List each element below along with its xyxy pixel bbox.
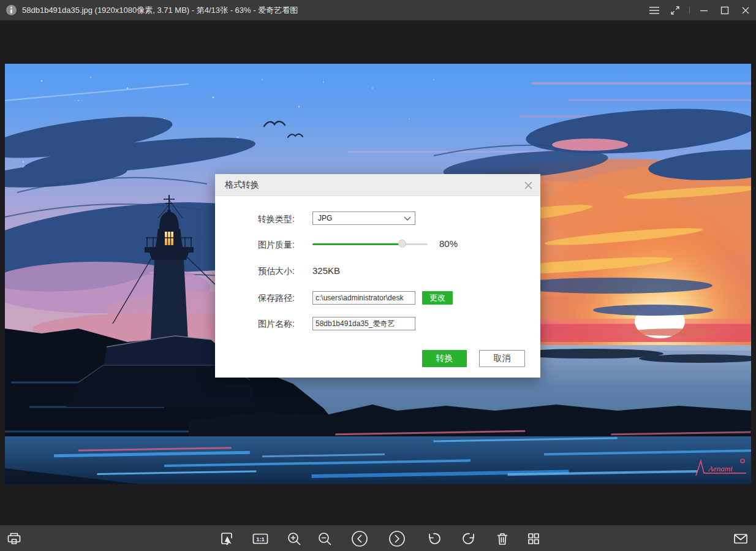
type-label: 转换类型: xyxy=(215,214,295,225)
next-image-button[interactable] xyxy=(388,530,406,548)
size-label: 预估大小: xyxy=(215,266,295,277)
slider-thumb[interactable] xyxy=(398,240,406,248)
delete-button[interactable] xyxy=(493,530,512,548)
feedback-button[interactable] xyxy=(731,530,750,548)
svg-text:Aenami: Aenami xyxy=(708,464,733,473)
quality-label: 图片质量: xyxy=(215,240,295,251)
image-name-input[interactable] xyxy=(312,317,415,330)
mail-icon xyxy=(732,530,749,547)
dialog-header[interactable]: 格式转换 xyxy=(215,174,540,196)
rotate-left-button[interactable] xyxy=(425,530,443,548)
rotate-left-icon xyxy=(425,530,442,547)
maximize-button[interactable] xyxy=(714,0,735,20)
minimize-icon xyxy=(700,6,708,15)
zoom-in-icon xyxy=(285,530,303,547)
quality-value: 80% xyxy=(439,238,458,249)
hamburger-icon xyxy=(649,6,660,15)
path-label: 保存路径: xyxy=(215,293,295,304)
select-tool-button[interactable] xyxy=(217,530,236,548)
select-cursor-icon xyxy=(218,530,235,547)
dialog-body: 转换类型: JPG 图片质量: 80% 预估大小: 325KB 保存路径: 更改… xyxy=(215,196,540,378)
format-select-value: JPG xyxy=(313,214,404,222)
minimize-button[interactable] xyxy=(694,0,714,20)
thumbnails-button[interactable] xyxy=(524,530,543,548)
maximize-icon xyxy=(720,6,729,15)
dialog-close-button[interactable] xyxy=(522,179,534,191)
chevron-right-circle-icon xyxy=(388,530,406,548)
close-icon xyxy=(524,181,532,189)
print-button[interactable] xyxy=(5,530,23,548)
fullscreen-button[interactable] xyxy=(665,0,686,20)
cancel-button[interactable]: 取消 xyxy=(479,350,525,367)
estimated-size-value: 325KB xyxy=(312,265,340,276)
format-convert-dialog: 格式转换 转换类型: JPG 图片质量: 80% 预估大 xyxy=(215,174,540,378)
rotate-right-icon xyxy=(461,530,478,547)
dialog-title: 格式转换 xyxy=(225,180,259,191)
chevron-left-circle-icon xyxy=(350,530,369,548)
slider-fill xyxy=(312,243,403,245)
convert-button[interactable]: 转换 xyxy=(422,350,467,367)
bottom-toolbar: 1:1 xyxy=(0,525,756,551)
app-window: 58db1b491da35.jpg (1920x1080像素, 3.71 MB)… xyxy=(0,0,756,551)
window-title: 58db1b491da35.jpg (1920x1080像素, 3.71 MB)… xyxy=(22,5,298,16)
printer-icon xyxy=(6,530,23,547)
quality-slider[interactable] xyxy=(312,239,428,249)
save-path-input[interactable] xyxy=(312,291,415,305)
change-path-button[interactable]: 更改 xyxy=(422,291,453,305)
close-icon xyxy=(741,6,750,15)
format-select[interactable]: JPG xyxy=(312,211,415,225)
trash-icon xyxy=(494,530,511,547)
grid-icon xyxy=(525,530,542,547)
menu-button[interactable] xyxy=(644,0,665,20)
title-bar: 58db1b491da35.jpg (1920x1080像素, 3.71 MB)… xyxy=(0,0,756,20)
titlebar-divider xyxy=(689,7,690,14)
actual-size-icon: 1:1 xyxy=(251,530,270,547)
close-button[interactable] xyxy=(735,0,756,20)
svg-text:1:1: 1:1 xyxy=(256,536,265,542)
zoom-out-icon xyxy=(316,530,333,547)
info-icon[interactable] xyxy=(6,5,17,15)
previous-image-button[interactable] xyxy=(350,530,369,548)
zoom-in-button[interactable] xyxy=(285,530,303,548)
rotate-right-button[interactable] xyxy=(460,530,478,548)
chevron-down-icon xyxy=(404,216,411,221)
zoom-out-button[interactable] xyxy=(316,530,334,548)
fullscreen-icon xyxy=(670,5,681,16)
actual-size-button[interactable]: 1:1 xyxy=(251,530,270,548)
name-label: 图片名称: xyxy=(215,319,295,330)
